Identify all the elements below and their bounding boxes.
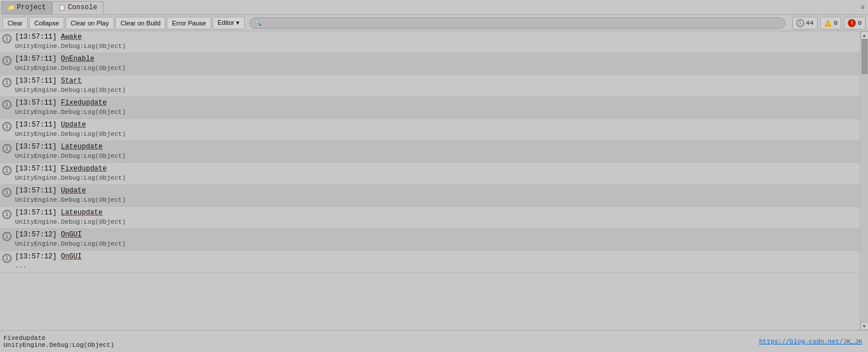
clear-button[interactable]: Clear bbox=[2, 17, 28, 29]
tab-menu-icon[interactable]: ≡ bbox=[857, 2, 868, 13]
error-pause-button[interactable]: Error Pause bbox=[167, 17, 211, 29]
error-count: 0 bbox=[858, 20, 862, 27]
log-icon: i bbox=[2, 100, 12, 109]
log-primary-text: [13:57:11] Start bbox=[15, 76, 126, 86]
log-primary-text: [13:57:11] Awake bbox=[15, 32, 126, 42]
log-entry[interactable]: i[13:57:11] AwakeUnityEngine.Debug:Log(O… bbox=[0, 31, 860, 53]
info-icon: i bbox=[796, 19, 804, 27]
log-method[interactable]: Lateupdate bbox=[61, 143, 102, 151]
status-line2: UnityEngine.Debug:Log(Object) bbox=[3, 342, 865, 349]
log-method[interactable]: Fixedupdate bbox=[61, 99, 106, 107]
log-entry[interactable]: i[13:57:11] FixedupdateUnityEngine.Debug… bbox=[0, 163, 860, 185]
console-icon: 📋 bbox=[58, 4, 65, 11]
log-primary-text: [13:57:12] OnGUI bbox=[15, 252, 82, 262]
log-stack: UnityEngine.Debug:Log(Object) bbox=[15, 152, 126, 161]
console-area: i[13:57:11] AwakeUnityEngine.Debug:Log(O… bbox=[0, 31, 868, 330]
warn-count: 0 bbox=[834, 20, 838, 27]
log-method[interactable]: Update bbox=[61, 187, 86, 195]
console-list[interactable]: i[13:57:11] AwakeUnityEngine.Debug:Log(O… bbox=[0, 31, 860, 330]
toolbar: Clear Collapse Clear on Play Clear on Bu… bbox=[0, 15, 868, 31]
clear-on-play-button[interactable]: Clear on Play bbox=[65, 17, 114, 29]
log-entry[interactable]: i[13:57:11] FixedupdateUnityEngine.Debug… bbox=[0, 97, 860, 119]
info-count: 44 bbox=[806, 20, 814, 27]
tab-project[interactable]: 📁 Project bbox=[1, 1, 52, 14]
log-entry[interactable]: i[13:57:12] OnGUI... bbox=[0, 251, 860, 273]
log-method[interactable]: Start bbox=[61, 77, 82, 85]
log-method[interactable]: Lateupdate bbox=[61, 209, 102, 217]
log-entry[interactable]: i[13:57:12] OnGUIUnityEngine.Debug:Log(O… bbox=[0, 229, 860, 251]
warn-badge[interactable]: ! 0 bbox=[820, 17, 842, 29]
log-icon: i bbox=[2, 56, 12, 65]
scroll-thumb[interactable] bbox=[862, 39, 867, 74]
log-method[interactable]: OnEnable bbox=[61, 55, 94, 63]
warn-icon: ! bbox=[824, 19, 832, 27]
log-primary-text: [13:57:11] OnEnable bbox=[15, 54, 126, 64]
editor-button[interactable]: Editor bbox=[212, 17, 245, 29]
search-icon: 🔍 bbox=[255, 20, 262, 27]
log-primary-text: [13:57:11] Fixedupdate bbox=[15, 98, 126, 108]
log-method[interactable]: Fixedupdate bbox=[61, 165, 106, 173]
log-method[interactable]: Awake bbox=[61, 33, 82, 41]
clear-on-build-button[interactable]: Clear on Build bbox=[115, 17, 165, 29]
log-timestamp: [13:57:11] bbox=[15, 165, 61, 173]
log-timestamp: [13:57:11] bbox=[15, 209, 61, 217]
log-stack: UnityEngine.Debug:Log(Object) bbox=[15, 130, 126, 139]
log-primary-text: [13:57:11] Update bbox=[15, 120, 126, 130]
log-entry[interactable]: i[13:57:11] UpdateUnityEngine.Debug:Log(… bbox=[0, 119, 860, 141]
log-timestamp: [13:57:11] bbox=[15, 121, 61, 129]
log-stack: UnityEngine.Debug:Log(Object) bbox=[15, 86, 126, 95]
log-icon: i bbox=[2, 78, 12, 87]
tab-console-label: Console bbox=[68, 3, 97, 12]
log-primary-text: [13:57:11] Lateupdate bbox=[15, 208, 126, 218]
tab-bar: 📁 Project 📋 Console ≡ bbox=[0, 0, 868, 15]
error-badge[interactable]: ! 0 bbox=[844, 17, 866, 29]
log-method[interactable]: Update bbox=[61, 121, 86, 129]
log-icon: i bbox=[2, 144, 12, 153]
log-primary-text: [13:57:11] Fixedupdate bbox=[15, 164, 126, 174]
log-stack: UnityEngine.Debug:Log(Object) bbox=[15, 42, 126, 51]
log-timestamp: [13:57:11] bbox=[15, 143, 61, 151]
log-primary-text: [13:57:11] Update bbox=[15, 186, 126, 196]
log-icon: i bbox=[2, 122, 12, 131]
log-icon: i bbox=[2, 254, 12, 263]
log-stack: ... bbox=[15, 262, 82, 271]
tab-console[interactable]: 📋 Console bbox=[52, 1, 103, 14]
search-input[interactable] bbox=[264, 20, 780, 27]
log-icon: i bbox=[2, 232, 12, 241]
log-icon: i bbox=[2, 166, 12, 175]
log-stack: UnityEngine.Debug:Log(Object) bbox=[15, 64, 126, 73]
log-stack: UnityEngine.Debug:Log(Object) bbox=[15, 108, 126, 117]
search-container: 🔍 bbox=[249, 17, 785, 29]
log-timestamp: [13:57:11] bbox=[15, 187, 61, 195]
log-icon: i bbox=[2, 210, 12, 219]
status-bar: Fixedupdate UnityEngine.Debug:Log(Object… bbox=[0, 330, 868, 352]
log-timestamp: [13:57:12] bbox=[15, 231, 61, 239]
log-primary-text: [13:57:11] Lateupdate bbox=[15, 142, 126, 152]
log-timestamp: [13:57:12] bbox=[15, 253, 61, 261]
log-method[interactable]: OnGUI bbox=[61, 253, 82, 261]
info-badge[interactable]: i 44 bbox=[792, 17, 818, 29]
project-icon: 📁 bbox=[8, 4, 14, 11]
log-icon: i bbox=[2, 188, 12, 197]
log-timestamp: [13:57:11] bbox=[15, 77, 61, 85]
log-entry[interactable]: i[13:57:11] UpdateUnityEngine.Debug:Log(… bbox=[0, 185, 860, 207]
log-entry[interactable]: i[13:57:11] LateupdateUnityEngine.Debug:… bbox=[0, 207, 860, 229]
log-icon: i bbox=[2, 34, 12, 43]
log-stack: UnityEngine.Debug:Log(Object) bbox=[15, 240, 126, 249]
log-timestamp: [13:57:11] bbox=[15, 33, 61, 41]
badge-group: i 44 ! 0 ! 0 bbox=[792, 17, 866, 29]
tab-project-label: Project bbox=[17, 3, 46, 12]
log-stack: UnityEngine.Debug:Log(Object) bbox=[15, 218, 126, 227]
scroll-down-arrow[interactable]: ▼ bbox=[860, 322, 869, 330]
scrollbar[interactable]: ▲ ▼ bbox=[860, 31, 868, 330]
status-link[interactable]: https://blog.csdn.net/JK_JK bbox=[759, 338, 862, 345]
error-icon: ! bbox=[848, 19, 856, 27]
collapse-button[interactable]: Collapse bbox=[29, 17, 64, 29]
log-timestamp: [13:57:11] bbox=[15, 99, 61, 107]
log-entry[interactable]: i[13:57:11] StartUnityEngine.Debug:Log(O… bbox=[0, 75, 860, 97]
scroll-up-arrow[interactable]: ▲ bbox=[860, 31, 869, 39]
log-entry[interactable]: i[13:57:11] OnEnableUnityEngine.Debug:Lo… bbox=[0, 53, 860, 75]
log-primary-text: [13:57:12] OnGUI bbox=[15, 230, 126, 240]
log-entry[interactable]: i[13:57:11] LateupdateUnityEngine.Debug:… bbox=[0, 141, 860, 163]
log-method[interactable]: OnGUI bbox=[61, 231, 82, 239]
